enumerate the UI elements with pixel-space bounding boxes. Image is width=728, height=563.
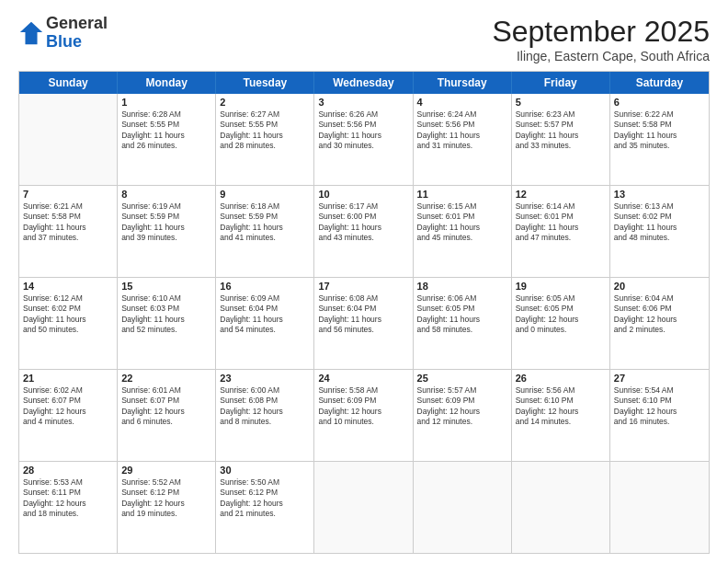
cal-cell: 27Sunrise: 5:54 AMSunset: 6:10 PMDayligh… bbox=[610, 370, 709, 461]
cal-cell: 18Sunrise: 6:06 AMSunset: 6:05 PMDayligh… bbox=[414, 278, 512, 369]
cal-cell: 26Sunrise: 5:56 AMSunset: 6:10 PMDayligh… bbox=[512, 370, 610, 461]
subtitle: Ilinge, Eastern Cape, South Africa bbox=[492, 49, 710, 63]
header-day-tuesday: Tuesday bbox=[216, 72, 314, 94]
cal-cell bbox=[610, 462, 709, 553]
header-day-friday: Friday bbox=[512, 72, 610, 94]
header-day-monday: Monday bbox=[118, 72, 216, 94]
day-info: Sunrise: 6:23 AMSunset: 5:57 PMDaylight:… bbox=[516, 109, 606, 152]
header: General Blue September 2025 Ilinge, East… bbox=[18, 15, 710, 63]
day-info: Sunrise: 6:18 AMSunset: 5:59 PMDaylight:… bbox=[220, 201, 310, 244]
cal-cell: 6Sunrise: 6:22 AMSunset: 5:58 PMDaylight… bbox=[610, 94, 709, 185]
day-info: Sunrise: 6:12 AMSunset: 6:02 PMDaylight:… bbox=[23, 293, 113, 336]
day-number: 3 bbox=[318, 97, 408, 108]
day-number: 13 bbox=[614, 189, 705, 200]
day-number: 25 bbox=[417, 373, 507, 384]
day-info: Sunrise: 5:52 AMSunset: 6:12 PMDaylight:… bbox=[121, 477, 211, 520]
cal-cell: 13Sunrise: 6:13 AMSunset: 6:02 PMDayligh… bbox=[610, 186, 709, 277]
cal-cell: 17Sunrise: 6:08 AMSunset: 6:04 PMDayligh… bbox=[314, 278, 413, 369]
cal-cell: 16Sunrise: 6:09 AMSunset: 6:04 PMDayligh… bbox=[216, 278, 314, 369]
day-number: 24 bbox=[318, 373, 408, 384]
day-number: 4 bbox=[417, 97, 507, 108]
cal-cell: 24Sunrise: 5:58 AMSunset: 6:09 PMDayligh… bbox=[314, 370, 413, 461]
day-info: Sunrise: 6:15 AMSunset: 6:01 PMDaylight:… bbox=[417, 201, 507, 244]
day-info: Sunrise: 5:56 AMSunset: 6:10 PMDaylight:… bbox=[516, 385, 606, 428]
day-number: 12 bbox=[516, 189, 606, 200]
header-day-saturday: Saturday bbox=[610, 72, 709, 94]
cal-cell bbox=[19, 94, 118, 185]
day-number: 7 bbox=[23, 189, 113, 200]
day-info: Sunrise: 6:24 AMSunset: 5:56 PMDaylight:… bbox=[417, 109, 507, 152]
day-number: 26 bbox=[516, 373, 606, 384]
cal-cell: 4Sunrise: 6:24 AMSunset: 5:56 PMDaylight… bbox=[414, 94, 512, 185]
day-info: Sunrise: 6:28 AMSunset: 5:55 PMDaylight:… bbox=[121, 109, 211, 152]
day-number: 29 bbox=[121, 465, 211, 476]
cal-cell: 1Sunrise: 6:28 AMSunset: 5:55 PMDaylight… bbox=[118, 94, 216, 185]
cal-cell: 19Sunrise: 6:05 AMSunset: 6:05 PMDayligh… bbox=[512, 278, 610, 369]
day-info: Sunrise: 5:50 AMSunset: 6:12 PMDaylight:… bbox=[220, 477, 310, 520]
day-info: Sunrise: 5:57 AMSunset: 6:09 PMDaylight:… bbox=[417, 385, 507, 428]
day-number: 30 bbox=[220, 465, 310, 476]
day-info: Sunrise: 6:08 AMSunset: 6:04 PMDaylight:… bbox=[318, 293, 408, 336]
cal-cell: 5Sunrise: 6:23 AMSunset: 5:57 PMDaylight… bbox=[512, 94, 610, 185]
cal-cell: 14Sunrise: 6:12 AMSunset: 6:02 PMDayligh… bbox=[19, 278, 118, 369]
calendar: SundayMondayTuesdayWednesdayThursdayFrid… bbox=[18, 71, 710, 554]
day-info: Sunrise: 5:58 AMSunset: 6:09 PMDaylight:… bbox=[318, 385, 408, 428]
day-info: Sunrise: 6:27 AMSunset: 5:55 PMDaylight:… bbox=[220, 109, 310, 152]
cal-week-3: 14Sunrise: 6:12 AMSunset: 6:02 PMDayligh… bbox=[19, 278, 709, 370]
day-info: Sunrise: 6:21 AMSunset: 5:58 PMDaylight:… bbox=[23, 201, 113, 244]
cal-cell: 8Sunrise: 6:19 AMSunset: 5:59 PMDaylight… bbox=[118, 186, 216, 277]
logo-text: General Blue bbox=[46, 15, 108, 52]
day-info: Sunrise: 6:01 AMSunset: 6:07 PMDaylight:… bbox=[121, 385, 211, 428]
day-number: 16 bbox=[220, 281, 310, 292]
day-info: Sunrise: 6:14 AMSunset: 6:01 PMDaylight:… bbox=[516, 201, 606, 244]
cal-cell: 20Sunrise: 6:04 AMSunset: 6:06 PMDayligh… bbox=[610, 278, 709, 369]
cal-cell bbox=[414, 462, 512, 553]
cal-cell: 11Sunrise: 6:15 AMSunset: 6:01 PMDayligh… bbox=[414, 186, 512, 277]
svg-marker-0 bbox=[20, 22, 42, 44]
day-info: Sunrise: 6:09 AMSunset: 6:04 PMDaylight:… bbox=[220, 293, 310, 336]
cal-cell: 28Sunrise: 5:53 AMSunset: 6:11 PMDayligh… bbox=[19, 462, 118, 553]
day-info: Sunrise: 6:06 AMSunset: 6:05 PMDaylight:… bbox=[417, 293, 507, 336]
cal-week-2: 7Sunrise: 6:21 AMSunset: 5:58 PMDaylight… bbox=[19, 186, 709, 278]
cal-cell: 21Sunrise: 6:02 AMSunset: 6:07 PMDayligh… bbox=[19, 370, 118, 461]
day-number: 5 bbox=[516, 97, 606, 108]
day-number: 14 bbox=[23, 281, 113, 292]
cal-cell: 25Sunrise: 5:57 AMSunset: 6:09 PMDayligh… bbox=[414, 370, 512, 461]
header-day-sunday: Sunday bbox=[19, 72, 118, 94]
day-info: Sunrise: 6:10 AMSunset: 6:03 PMDaylight:… bbox=[121, 293, 211, 336]
day-number: 9 bbox=[220, 189, 310, 200]
day-number: 2 bbox=[220, 97, 310, 108]
cal-cell: 7Sunrise: 6:21 AMSunset: 5:58 PMDaylight… bbox=[19, 186, 118, 277]
title-block: September 2025 Ilinge, Eastern Cape, Sou… bbox=[492, 15, 710, 63]
day-number: 27 bbox=[614, 373, 705, 384]
cal-cell: 2Sunrise: 6:27 AMSunset: 5:55 PMDaylight… bbox=[216, 94, 314, 185]
day-info: Sunrise: 6:19 AMSunset: 5:59 PMDaylight:… bbox=[121, 201, 211, 244]
day-info: Sunrise: 6:00 AMSunset: 6:08 PMDaylight:… bbox=[220, 385, 310, 428]
day-info: Sunrise: 6:22 AMSunset: 5:58 PMDaylight:… bbox=[614, 109, 705, 152]
day-number: 19 bbox=[516, 281, 606, 292]
header-day-wednesday: Wednesday bbox=[314, 72, 413, 94]
day-info: Sunrise: 6:04 AMSunset: 6:06 PMDaylight:… bbox=[614, 293, 705, 336]
logo: General Blue bbox=[18, 15, 108, 52]
cal-cell: 3Sunrise: 6:26 AMSunset: 5:56 PMDaylight… bbox=[314, 94, 413, 185]
day-number: 18 bbox=[417, 281, 507, 292]
day-number: 28 bbox=[23, 465, 113, 476]
calendar-header: SundayMondayTuesdayWednesdayThursdayFrid… bbox=[19, 72, 709, 94]
day-info: Sunrise: 6:05 AMSunset: 6:05 PMDaylight:… bbox=[516, 293, 606, 336]
calendar-body: 1Sunrise: 6:28 AMSunset: 5:55 PMDaylight… bbox=[19, 94, 709, 553]
cal-week-4: 21Sunrise: 6:02 AMSunset: 6:07 PMDayligh… bbox=[19, 370, 709, 462]
cal-cell: 30Sunrise: 5:50 AMSunset: 6:12 PMDayligh… bbox=[216, 462, 314, 553]
cal-cell bbox=[314, 462, 413, 553]
cal-cell bbox=[512, 462, 610, 553]
day-info: Sunrise: 6:02 AMSunset: 6:07 PMDaylight:… bbox=[23, 385, 113, 428]
cal-cell: 22Sunrise: 6:01 AMSunset: 6:07 PMDayligh… bbox=[118, 370, 216, 461]
day-number: 17 bbox=[318, 281, 408, 292]
day-info: Sunrise: 6:26 AMSunset: 5:56 PMDaylight:… bbox=[318, 109, 408, 152]
logo-blue: Blue bbox=[46, 32, 82, 51]
logo-general: General bbox=[46, 14, 108, 32]
day-number: 6 bbox=[614, 97, 705, 108]
day-info: Sunrise: 6:17 AMSunset: 6:00 PMDaylight:… bbox=[318, 201, 408, 244]
day-number: 1 bbox=[121, 97, 211, 108]
day-number: 11 bbox=[417, 189, 507, 200]
cal-cell: 9Sunrise: 6:18 AMSunset: 5:59 PMDaylight… bbox=[216, 186, 314, 277]
